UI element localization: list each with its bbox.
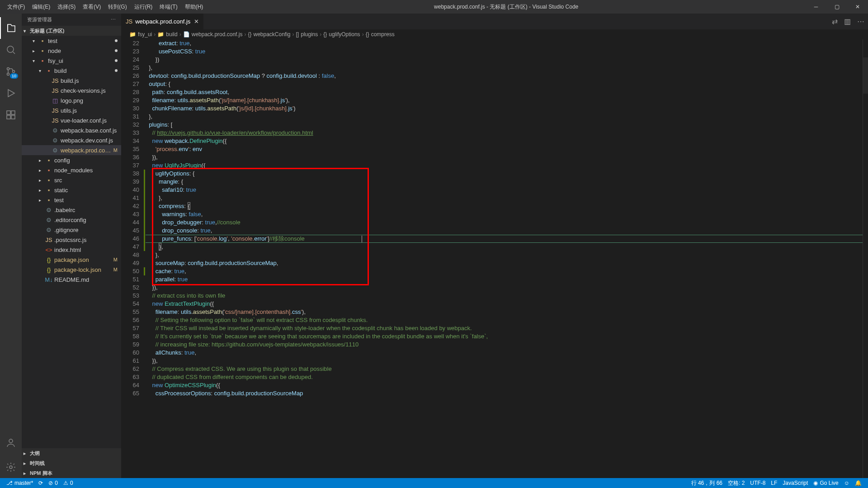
code-line[interactable]: extract: true, (146, 39, 863, 47)
code-lines[interactable]: extract: true, usePostCSS: true }) }, de… (146, 39, 863, 478)
file-row[interactable]: <>index.html (22, 245, 121, 255)
breadcrumb-item[interactable]: {}uglifyOptions (323, 31, 360, 38)
extensions-icon[interactable] (0, 104, 22, 126)
eol[interactable]: LF (768, 479, 780, 487)
file-row[interactable]: JSutils.js (22, 105, 121, 115)
code-line[interactable]: drop_debugger: true,//console (146, 218, 863, 227)
file-row[interactable]: JSbuild.js (22, 76, 121, 85)
maximize-button[interactable]: ▢ (826, 0, 847, 14)
code-line[interactable]: new ExtractTextPlugin({ (146, 300, 863, 308)
menu-item[interactable]: 转到(G) (104, 0, 130, 14)
explorer-icon[interactable] (0, 17, 22, 39)
git-branch[interactable]: ⎇master* (4, 480, 36, 486)
split-editor-icon[interactable]: ▥ (844, 17, 851, 26)
source-control-icon[interactable]: 10 (0, 61, 22, 82)
indentation[interactable]: 空格: 2 (725, 479, 747, 487)
folder-row[interactable]: ▾▪build (22, 66, 121, 76)
file-row[interactable]: JS.postcssrc.js (22, 235, 121, 245)
minimize-button[interactable]: ─ (806, 0, 826, 14)
code-line[interactable]: new webpack.DefinePlugin({ (146, 137, 863, 145)
menu-item[interactable]: 选择(S) (54, 0, 79, 14)
breadcrumb-item[interactable]: 📁build (157, 31, 177, 38)
code-line[interactable]: drop_console: true, (146, 227, 863, 235)
sidebar-section[interactable]: ▸大纲 (22, 448, 121, 458)
code-line[interactable]: // increasing file size: https://github.… (146, 341, 863, 349)
minimap-thumb[interactable] (863, 57, 868, 94)
code-line[interactable]: // http://vuejs.github.io/vue-loader/en/… (146, 129, 863, 137)
code-line[interactable]: // Compress extracted CSS. We are using … (146, 365, 863, 373)
folder-row[interactable]: ▸▪config (22, 155, 121, 165)
code-line[interactable]: filename: utils.assetsPath('js/[name].[c… (146, 96, 863, 104)
file-row[interactable]: ⚙webpack.base.conf.js (22, 125, 121, 135)
code-line[interactable]: new UglifyJsPlugin({ (146, 161, 863, 170)
sync-button[interactable]: ⟳ (36, 480, 46, 486)
code-line[interactable]: // It's currently set to `true` because … (146, 332, 863, 341)
code-line[interactable]: cache: true, (146, 267, 863, 275)
folder-row[interactable]: ▾▪fsy_ui (22, 56, 121, 66)
go-live[interactable]: ◉Go Live (811, 479, 841, 487)
code-line[interactable]: }, (146, 64, 863, 72)
file-row[interactable]: JScheck-versions.js (22, 85, 121, 95)
breadcrumbs[interactable]: 📁fsy_ui›📁build›📄webpack.prod.conf.js›{}w… (121, 29, 868, 39)
breadcrumb-item[interactable]: {}compress (366, 31, 395, 38)
breadcrumb-item[interactable]: 📄webpack.prod.conf.js (183, 31, 243, 38)
code-line[interactable]: uglifyOptions: { (146, 170, 863, 178)
code-line[interactable]: devtool: config.build.productionSourceMa… (146, 72, 863, 80)
code-line[interactable]: warnings: false, (146, 210, 863, 218)
menu-item[interactable]: 编辑(E) (28, 0, 54, 14)
code-line[interactable]: // duplicated CSS from different compone… (146, 373, 863, 381)
notifications-icon[interactable]: 🔔 (852, 479, 864, 487)
minimap[interactable] (863, 39, 868, 478)
menu-item[interactable]: 帮助(H) (181, 0, 207, 14)
code-line[interactable]: output: { (146, 80, 863, 88)
sidebar-section[interactable]: ▸时间线 (22, 458, 121, 468)
warnings-count[interactable]: ⚠0 (61, 480, 76, 486)
code-line[interactable]: }) (146, 56, 863, 64)
code-line[interactable]: // Setting the following option to `fals… (146, 316, 863, 324)
code-line[interactable]: path: config.build.assetsRoot, (146, 88, 863, 96)
code-line[interactable]: new OptimizeCSSPlugin({ (146, 381, 863, 389)
file-row[interactable]: ⚙webpack.dev.conf.js (22, 135, 121, 145)
tab-webpack-prod[interactable]: JS webpack.prod.conf.js ✕ (121, 14, 204, 29)
code-line[interactable]: // extract css into its own file (146, 292, 863, 300)
file-row[interactable]: {}package-lock.jsonM (22, 265, 121, 275)
workspace-section[interactable]: ▾ 无标题 (工作区) (22, 26, 121, 36)
code-line[interactable]: // Their CSS will instead be inserted dy… (146, 324, 863, 332)
menu-item[interactable]: 终端(T) (156, 0, 181, 14)
code-line[interactable]: }), (146, 357, 863, 365)
file-row[interactable]: ⚙.babelrc (22, 205, 121, 215)
file-row[interactable]: JSvue-loader.conf.js (22, 115, 121, 125)
errors-count[interactable]: ⊘0 (46, 480, 61, 486)
code-line[interactable]: }), (146, 153, 863, 161)
code-line[interactable]: sourceMap: config.build.productionSource… (146, 259, 863, 267)
breadcrumb-item[interactable]: {}webpackConfig (248, 31, 290, 38)
close-icon[interactable]: ✕ (194, 18, 199, 25)
menu-item[interactable]: 运行(R) (131, 0, 156, 14)
code-line[interactable]: mangle: { (146, 178, 863, 186)
folder-row[interactable]: ▸▪node (22, 46, 121, 56)
code-line[interactable]: allChunks: true, (146, 349, 863, 357)
code-line[interactable]: }, (146, 113, 863, 121)
file-row[interactable]: ⚙.gitignore (22, 225, 121, 235)
menu-item[interactable]: 查看(V) (79, 0, 104, 14)
accounts-icon[interactable] (0, 432, 22, 454)
search-icon[interactable] (0, 39, 22, 61)
code-line[interactable]: parallel: true (146, 275, 863, 284)
file-row[interactable]: ⚙webpack.prod.conf.jsM (22, 145, 121, 155)
code-line[interactable]: }, (146, 243, 863, 251)
code-line[interactable]: chunkFilename: utils.assetsPath('js/[id]… (146, 104, 863, 113)
cursor-position[interactable]: 行 46，列 66 (689, 479, 725, 487)
sidebar-section[interactable]: ▸NPM 脚本 (22, 468, 121, 478)
code-line[interactable]: safari10: true (146, 186, 863, 194)
code-line[interactable]: plugins: [ (146, 121, 863, 129)
file-row[interactable]: {}package.jsonM (22, 255, 121, 265)
folder-row[interactable]: ▸▪test (22, 195, 121, 205)
code-editor[interactable]: 2223242526272829303132333435363738394041… (121, 39, 868, 478)
code-line[interactable]: 'process.env': env (146, 145, 863, 153)
folder-row[interactable]: ▸▪src (22, 175, 121, 185)
code-line[interactable]: compress: { (146, 202, 863, 210)
run-debug-icon[interactable] (0, 82, 22, 104)
more-actions-icon[interactable]: ⋯ (857, 17, 864, 26)
menu-item[interactable]: 文件(F) (4, 0, 28, 14)
file-row[interactable]: ◫logo.png (22, 95, 121, 105)
